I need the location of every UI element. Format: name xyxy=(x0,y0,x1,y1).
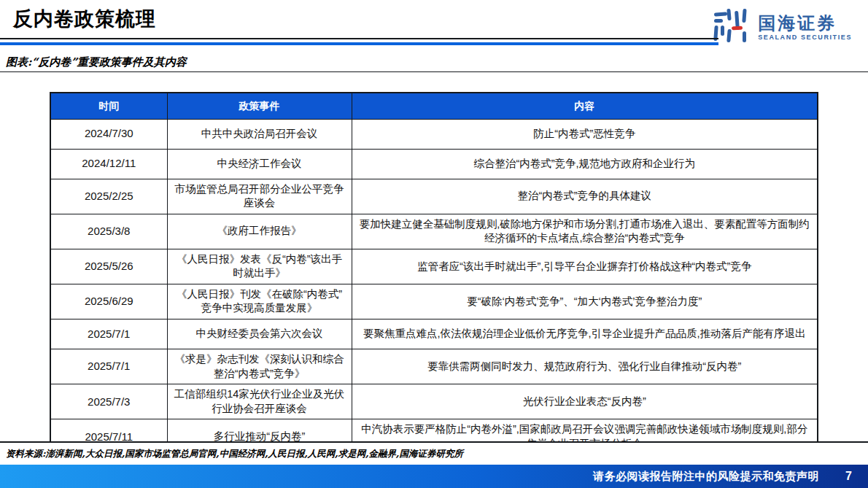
time-cell: 2024/7/30 xyxy=(50,119,167,149)
report-slide: 反内卷政策梳理 国海证券 SEALAND SECURITI xyxy=(0,0,868,488)
content-cell: 防止“内卷式”恶性竞争 xyxy=(352,119,818,149)
time-cell: 2025/2/25 xyxy=(50,179,167,214)
event-cell: 《政府工作报告》 xyxy=(167,214,352,249)
event-cell: 工信部组织14家光伏行业企业及光伏行业协会召开座谈会 xyxy=(167,384,352,419)
table-row: 2025/3/8《政府工作报告》要加快建立健全基础制度规则,破除地方保护和市场分… xyxy=(50,214,818,249)
event-cell: 中央经济工作会议 xyxy=(167,149,352,179)
disclaimer-text: 请务必阅读报告附注中的风险提示和免责声明 xyxy=(593,470,819,484)
page-title: 反内卷政策梳理 xyxy=(13,6,156,32)
source-band: 资料来源:澎湃新闻,大众日报,国家市场监管总局官网,中国经济网,人民日报,人民网… xyxy=(0,441,868,465)
time-cell: 2024/12/11 xyxy=(50,149,167,179)
table-row: 2025/7/1《求是》杂志刊发《深刻认识和综合整治“内卷式”竞争》要靠供需两侧… xyxy=(50,349,818,384)
policy-table-body: 2024/7/30中共中央政治局召开会议防止“内卷式”恶性竞争2024/12/1… xyxy=(50,119,818,454)
content-cell: 光伏行业企业表态“反内卷” xyxy=(352,384,818,419)
time-cell: 2025/7/1 xyxy=(50,319,167,349)
time-cell: 2025/6/29 xyxy=(50,284,167,319)
figure-caption: 图表:“反内卷”重要政策事件及其内容 xyxy=(6,55,187,69)
event-cell: 《人民日报》发表《反“内卷”该出手时就出手》 xyxy=(167,249,352,284)
event-cell: 市场监管总局召开部分企业公平竞争座谈会 xyxy=(167,179,352,214)
policy-table: 时间 政策事件 内容 2024/7/30中共中央政治局召开会议防止“内卷式”恶性… xyxy=(50,92,817,455)
content-cell: 要靠供需两侧同时发力、规范政府行为、强化行业自律推动“反内卷” xyxy=(352,349,818,384)
table-row: 2025/7/1中央财经委员会第六次会议要聚焦重点难点,依法依规治理企业低价无序… xyxy=(50,319,818,349)
content-cell: 监管者应“该出手时就出手”,引导平台企业摒弃打价格战这种“内卷式”竞争 xyxy=(352,249,818,284)
table-header-row: 时间 政策事件 内容 xyxy=(50,93,818,119)
source-text: 资料来源:澎湃新闻,大众日报,国家市场监管总局官网,中国经济网,人民日报,人民网… xyxy=(6,448,463,459)
content-cell: 要加快建立健全基础制度规则,破除地方保护和市场分割,打通市场准入退出、要素配置等… xyxy=(352,214,818,249)
event-cell: 《人民日报》刊发《在破除“内卷式”竞争中实现高质量发展》 xyxy=(167,284,352,319)
bottom-bar: 请务必阅读报告附注中的风险提示和免责声明 7 xyxy=(0,465,868,488)
content-cell: 整治“内卷式”竞争的具体建议 xyxy=(352,179,818,214)
content-cell: 综合整治“内卷式”竞争,规范地方政府和企业行为 xyxy=(352,149,818,179)
logo-text: 国海证券 SEALAND SECURITIES xyxy=(758,14,852,42)
time-cell: 2025/3/8 xyxy=(50,214,167,249)
time-cell: 2025/7/1 xyxy=(50,349,167,384)
header-rule-black xyxy=(0,38,718,39)
page-number: 7 xyxy=(845,470,852,483)
event-cell: 《求是》杂志刊发《深刻认识和综合整治“内卷式”竞争》 xyxy=(167,349,352,384)
event-cell: 中央财经委员会第六次会议 xyxy=(167,319,352,349)
col-header-time: 时间 xyxy=(50,93,167,119)
logo-name-cn: 国海证券 xyxy=(758,14,852,32)
table-row: 2025/6/29《人民日报》刊发《在破除“内卷式”竞争中实现高质量发展》要“破… xyxy=(50,284,818,319)
content-cell: 要聚焦重点难点,依法依规治理企业低价无序竞争,引导企业提升产品品质,推动落后产能… xyxy=(352,319,818,349)
event-cell: 中共中央政治局召开会议 xyxy=(167,119,352,149)
time-cell: 2025/5/26 xyxy=(50,249,167,284)
table-row: 2024/12/11中央经济工作会议综合整治“内卷式”竞争,规范地方政府和企业行… xyxy=(50,149,818,179)
col-header-event: 政策事件 xyxy=(167,93,352,119)
header-rule-blue xyxy=(0,42,718,45)
caption-rule xyxy=(0,71,868,72)
content-cell: 要“破除‘内卷式’竞争”、“加大‘内卷式’竞争整治力度” xyxy=(352,284,818,319)
company-logo: 国海证券 SEALAND SECURITIES xyxy=(713,7,852,48)
col-header-content: 内容 xyxy=(352,93,818,119)
table-row: 2025/2/25市场监管总局召开部分企业公平竞争座谈会整治“内卷式”竞争的具体… xyxy=(50,179,818,214)
time-cell: 2025/7/3 xyxy=(50,384,167,419)
table-row: 2025/7/3工信部组织14家光伏行业企业及光伏行业协会召开座谈会光伏行业企业… xyxy=(50,384,818,419)
table-row: 2025/5/26《人民日报》发表《反“内卷”该出手时就出手》监管者应“该出手时… xyxy=(50,249,818,284)
table-row: 2024/7/30中共中央政治局召开会议防止“内卷式”恶性竞争 xyxy=(50,119,818,149)
logo-name-en: SEALAND SECURITIES xyxy=(758,34,852,41)
